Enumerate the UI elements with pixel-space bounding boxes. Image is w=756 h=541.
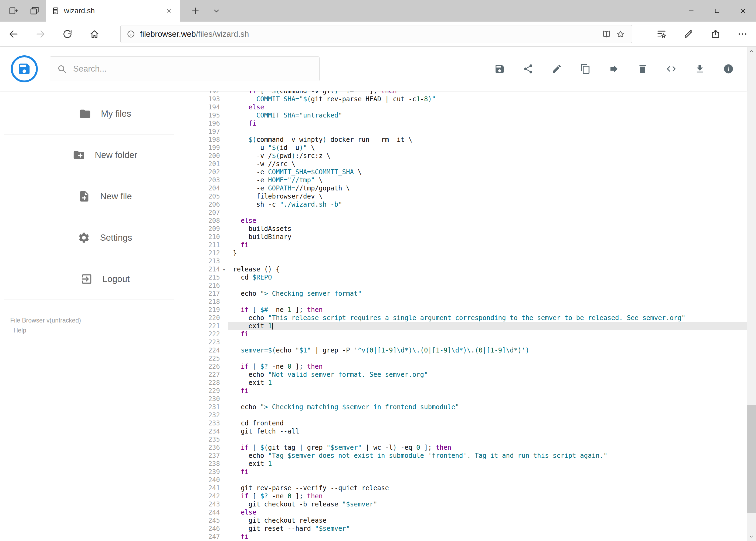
code-line[interactable]: 198 $(command -v winpty) docker run --rm… (194, 136, 747, 144)
code-line[interactable]: 227 echo "Not valid semver format. See s… (194, 370, 747, 379)
code-line[interactable]: 218 (194, 297, 747, 306)
code-line[interactable]: 247 fi (194, 533, 747, 541)
sidebar-item-settings[interactable]: Settings (0, 217, 194, 258)
code-line[interactable]: 209 buildAssets (194, 225, 747, 233)
code-line[interactable]: 216 (194, 281, 747, 289)
code-line[interactable]: 230 (194, 395, 747, 403)
code-line[interactable]: 205 filebrowser/dev \ (194, 192, 747, 201)
code-line[interactable]: 246 git reset --hard "$semver" (194, 525, 747, 533)
code-line[interactable]: 220 echo "This release script requires a… (194, 314, 747, 322)
back-button[interactable] (0, 22, 27, 46)
code-line[interactable]: 225 (194, 354, 747, 362)
reading-view-button[interactable] (600, 27, 614, 41)
code-line[interactable]: 199 -u "$(id -u)" \ (194, 144, 747, 152)
code-line[interactable]: 233 cd frontend (194, 419, 747, 427)
code-line[interactable]: 226 if [ $? -ne 0 ]; then (194, 362, 747, 370)
page-scrollbar[interactable] (747, 47, 756, 541)
code-line[interactable]: 234 git fetch --all (194, 427, 747, 435)
scroll-down-button[interactable] (747, 532, 756, 541)
code-line[interactable]: 195 COMMIT_SHA="untracked" (194, 111, 747, 119)
window-close-button[interactable] (730, 0, 756, 22)
code-line[interactable]: 210 buildBinary (194, 233, 747, 241)
code-line[interactable]: 212} (194, 249, 747, 257)
code-line[interactable]: 204 -e GOPATH=//tmp/gopath \ (194, 184, 747, 192)
code-editor[interactable]: 192 if [ "$(command -v git)" != "" ]; th… (194, 91, 747, 541)
tab-close-button[interactable] (163, 5, 175, 17)
favorites-hub-button[interactable] (648, 22, 675, 46)
code-line[interactable]: 229 fi (194, 387, 747, 395)
web-note-button[interactable] (675, 22, 702, 46)
help-link[interactable]: Help (14, 325, 81, 335)
code-line[interactable]: 239 fi (194, 468, 747, 476)
maximize-button[interactable] (704, 0, 730, 22)
new-tab-button[interactable] (187, 2, 204, 19)
forward-button[interactable] (27, 22, 54, 46)
browser-menu-button[interactable] (729, 22, 756, 46)
add-favorite-button[interactable] (614, 27, 628, 41)
code-line[interactable]: 224 semver=$(echo "$1" | grep -P '^v(0|[… (194, 346, 747, 354)
rename-button[interactable] (548, 60, 566, 78)
copy-button[interactable] (577, 60, 594, 78)
code-line[interactable]: 197 (194, 128, 747, 136)
share-button[interactable] (702, 22, 729, 46)
code-line[interactable]: 241 git rev-parse --verify --quiet relea… (194, 484, 747, 492)
app-logo[interactable] (11, 55, 38, 82)
tab-preview-toggle-button[interactable] (208, 2, 225, 19)
fold-toggle-icon[interactable]: ▾ (220, 265, 228, 273)
code-line[interactable]: 223 (194, 338, 747, 346)
file-share-button[interactable] (520, 60, 537, 78)
code-line[interactable]: 201 -w //src \ (194, 160, 747, 168)
code-line[interactable]: 238 exit 1 (194, 460, 747, 468)
code-line[interactable]: 206 sh -c "./wizard.sh -b" (194, 201, 747, 209)
set-tabs-aside-button[interactable] (5, 2, 22, 19)
raw-view-button[interactable] (662, 60, 680, 78)
download-button[interactable] (691, 60, 708, 78)
code-line[interactable]: 245 git checkout release (194, 516, 747, 525)
code-line[interactable]: 207 (194, 209, 747, 217)
code-line[interactable]: 200 -v /$(pwd):/src:z \ (194, 152, 747, 160)
code-line[interactable]: 243 git checkout -b release "$semver" (194, 500, 747, 508)
code-line[interactable]: 213 (194, 257, 747, 265)
scrollbar-thumb[interactable] (747, 405, 756, 513)
code-line[interactable]: 215 cd $REPO (194, 273, 747, 281)
code-line[interactable]: 228 exit 1 (194, 379, 747, 387)
sidebar-item-new-file[interactable]: New file (0, 176, 194, 217)
code-line[interactable]: 219 if [ $# -ne 1 ]; then (194, 306, 747, 314)
save-button[interactable] (491, 60, 508, 78)
code-line[interactable]: 221 exit 1 (194, 322, 747, 330)
code-line[interactable]: 235 (194, 435, 747, 443)
sidebar-item-logout[interactable]: Logout (0, 258, 194, 299)
sidebar-item-new-folder[interactable]: New folder (0, 134, 194, 176)
minimize-button[interactable] (678, 0, 704, 22)
code-line[interactable]: 242 if [ $? -ne 0 ]; then (194, 492, 747, 500)
browser-tab[interactable]: wizard.sh (46, 0, 180, 22)
move-button[interactable] (606, 60, 623, 78)
site-info-button[interactable] (125, 28, 137, 40)
code-line[interactable]: 222 fi (194, 330, 747, 338)
info-button[interactable] (720, 60, 737, 78)
code-line[interactable]: 202 -e COMMIT_SHA=$COMMIT_SHA \ (194, 168, 747, 176)
code-line[interactable]: 211 fi (194, 241, 747, 249)
code-line[interactable]: 208 else (194, 217, 747, 225)
code-line[interactable]: 240 (194, 476, 747, 484)
code-line[interactable]: 244 else (194, 508, 747, 516)
code-line[interactable]: 237 echo "Tag $semver does not exist in … (194, 452, 747, 460)
code-line[interactable]: 236 if [ $(git tag | grep "$semver" | wc… (194, 443, 747, 452)
code-line[interactable]: 193 COMMIT_SHA="$(git rev-parse HEAD | c… (194, 95, 747, 103)
search-box[interactable] (50, 56, 320, 81)
address-bar[interactable]: filebrowser.web/files/wizard.sh (121, 25, 632, 43)
code-line[interactable]: 217 echo "> Checking semver format" (194, 289, 747, 297)
code-line[interactable]: 232 (194, 411, 747, 419)
code-line[interactable]: 192 if [ "$(command -v git)" != "" ]; th… (194, 91, 747, 95)
code-line[interactable]: 196 fi (194, 119, 747, 128)
sidebar-item-my-files[interactable]: My files (0, 93, 194, 134)
code-line[interactable]: 203 -e HOME="//tmp" \ (194, 176, 747, 184)
search-input[interactable] (73, 64, 312, 74)
tabs-youve-set-aside-button[interactable] (26, 2, 43, 19)
code-line[interactable]: 194 else (194, 103, 747, 111)
home-button[interactable] (81, 22, 108, 46)
code-line[interactable]: 231 echo "> Checking matching $semver in… (194, 403, 747, 411)
refresh-button[interactable] (54, 22, 81, 46)
code-line[interactable]: 214▾release () { (194, 265, 747, 273)
scroll-up-button[interactable] (747, 47, 756, 56)
